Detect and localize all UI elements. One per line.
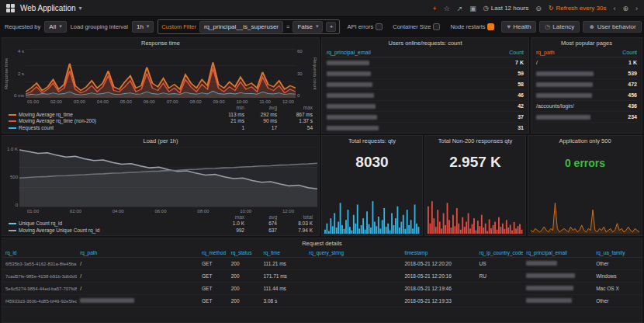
column-header[interactable]: rq_id bbox=[2, 248, 77, 258]
star-icon[interactable]: ☆ bbox=[444, 5, 450, 12]
dashboard-title[interactable]: Web Application ▾ bbox=[20, 4, 82, 12]
request-id: 5e6c5274-9854-44ed-ba57-707fd89cd38c bbox=[2, 283, 77, 295]
column-header[interactable]: rq_method bbox=[199, 248, 228, 258]
column-header[interactable]: Count bbox=[622, 50, 637, 55]
panel-title[interactable]: Load (per 1h) bbox=[2, 136, 319, 146]
response-time-chart[interactable] bbox=[26, 49, 296, 98]
dashboard-links: ♥ Health ◷ Latency ☻ User behavior ⚙ Wor… bbox=[501, 21, 644, 33]
axis-tick: 11:00 bbox=[259, 99, 271, 105]
zoom-out-icon[interactable]: ⊖ bbox=[535, 5, 542, 12]
axis-tick: 0 bbox=[5, 203, 18, 207]
link-user-behavior[interactable]: ☻ User behavior bbox=[583, 21, 641, 33]
panel-title[interactable]: Users online/requests: count bbox=[322, 38, 528, 48]
non200-sparkline[interactable] bbox=[428, 200, 523, 234]
magnifier-icon[interactable]: ⊕ bbox=[622, 5, 628, 12]
legend-value: 17 bbox=[244, 125, 277, 132]
column-header[interactable]: rq_principal_email bbox=[327, 50, 371, 55]
request-query-string bbox=[306, 270, 401, 283]
save-icon[interactable]: ▣ bbox=[469, 5, 476, 12]
column-header[interactable]: rq_ua_family bbox=[593, 248, 642, 258]
dashboard-submenu: Requested by All ▾ Load grouping interva… bbox=[0, 17, 644, 36]
request-country-code bbox=[476, 283, 524, 295]
table-row: 37 bbox=[327, 112, 524, 123]
request-ua-family: Windows bbox=[593, 270, 642, 283]
legend-series-label: Unique Count rq_id bbox=[19, 221, 62, 227]
filter-key-value: rq_principal__is_superuser bbox=[204, 23, 279, 30]
requested-by-select[interactable]: All ▾ bbox=[44, 21, 66, 33]
legend-series-label: Moving Average Unique Count rq_id bbox=[19, 227, 99, 234]
interval-select[interactable]: 1h ▾ bbox=[132, 21, 154, 33]
legend-series[interactable]: Moving Average Unique Count rq_id bbox=[9, 227, 212, 234]
x-axis-ticks: 01:0002:0004:0006:0008:0010:0012:00 bbox=[2, 208, 319, 214]
axis-tick: 12:00 bbox=[282, 208, 294, 214]
y-axis-ticks-left: 4 s2 s0 ms bbox=[10, 49, 26, 98]
panel-title[interactable]: Total Non-200 responses qty bbox=[425, 136, 525, 146]
share-icon[interactable]: ↗ bbox=[457, 5, 463, 12]
request-time: 111.21 ms bbox=[260, 258, 306, 270]
legend-series[interactable]: Requests count bbox=[9, 125, 212, 132]
column-header[interactable]: timestamp bbox=[401, 248, 476, 258]
link-latency[interactable]: ◷ Latency bbox=[539, 21, 580, 33]
filter-key-select[interactable]: rq_principal__is_superuser bbox=[199, 21, 283, 33]
column-header[interactable]: rq_status bbox=[228, 248, 261, 258]
requested-by-value: All bbox=[49, 23, 56, 30]
legend-value: 21 ms bbox=[212, 118, 244, 125]
path-value: /accounts/login/ bbox=[536, 103, 574, 109]
time-shift-right-icon[interactable]: › bbox=[635, 5, 638, 12]
refresh-icon: ↻ bbox=[549, 5, 554, 12]
redacted-email-block bbox=[526, 261, 557, 266]
total-requests-sparkline[interactable] bbox=[324, 200, 420, 234]
legend-value: 54 bbox=[277, 125, 313, 132]
y-axis-ticks-left: 1.0 K5000 bbox=[4, 147, 19, 207]
column-header[interactable]: Count bbox=[509, 50, 524, 55]
x-axis-ticks: 01:0002:0003:0004:0005:0006:0007:0008:00… bbox=[2, 99, 319, 105]
request-time: 171.71 ms bbox=[260, 270, 306, 283]
toggle-container-size[interactable]: Container Size bbox=[390, 22, 443, 32]
request-query-string bbox=[306, 258, 401, 270]
time-shift-left-icon[interactable]: ‹ bbox=[613, 5, 615, 12]
link-health-label: Health bbox=[513, 23, 531, 30]
count-value: 539 bbox=[628, 71, 637, 76]
panel-title[interactable]: Total requests: qty bbox=[322, 136, 422, 146]
legend-series-label: Moving Average rq_time (non-200) bbox=[19, 118, 96, 125]
add-filter-button[interactable]: + bbox=[326, 22, 336, 32]
column-header[interactable]: rq_path bbox=[77, 248, 199, 258]
add-panel-icon[interactable]: + bbox=[432, 5, 436, 12]
grafana-logo-icon[interactable] bbox=[6, 4, 15, 12]
legend-series[interactable]: Unique Count rq_id bbox=[9, 221, 212, 227]
toggle-node-restarts[interactable]: Node restarts bbox=[447, 22, 497, 32]
column-header[interactable]: rq_time bbox=[260, 248, 306, 258]
panel-title[interactable]: Most popular pages bbox=[531, 38, 642, 48]
load-chart[interactable] bbox=[19, 147, 317, 207]
axis-tick: 60 bbox=[297, 49, 310, 54]
toggle-api-errors[interactable]: API errors bbox=[344, 22, 386, 32]
refresh-picker[interactable]: ↻ Refresh every 30s bbox=[549, 5, 607, 12]
request-method: GET bbox=[199, 295, 228, 307]
legend-series[interactable]: Moving Average rq_time (non-200) bbox=[9, 118, 212, 125]
legend-column-header: max bbox=[212, 214, 244, 221]
count-value: 58 bbox=[518, 82, 524, 87]
filter-value-select[interactable]: False ▾ bbox=[293, 21, 323, 33]
redacted-email-block bbox=[526, 298, 572, 303]
axis-tick: 01:00 bbox=[27, 99, 39, 105]
column-header[interactable]: rq_path bbox=[536, 50, 555, 55]
count-value: 436 bbox=[628, 103, 637, 109]
column-header[interactable]: rq_ip_country_code bbox=[476, 248, 524, 258]
time-range-picker[interactable]: ◷ Last 12 hours bbox=[483, 5, 528, 12]
redacted-email bbox=[327, 71, 371, 76]
table-row: 5e6c5274-9854-44ed-ba57-707fd89cd38c/GET… bbox=[2, 283, 642, 295]
column-header[interactable]: rq_query_string bbox=[306, 248, 401, 258]
app500-sparkline[interactable] bbox=[531, 200, 639, 234]
link-health[interactable]: ♥ Health bbox=[501, 21, 536, 33]
users-online-table: rq_principal_email Count 7 K595846423731 bbox=[322, 48, 528, 133]
panel-title[interactable]: Request details bbox=[2, 238, 642, 248]
stat-value: 2.957 K bbox=[425, 154, 525, 171]
legend-value: 867 ms bbox=[277, 112, 313, 119]
axis-tick: 2 s bbox=[12, 71, 24, 76]
count-value: 1 K bbox=[628, 60, 637, 65]
panel-title[interactable]: Response time bbox=[2, 38, 319, 48]
legend-column-header: min bbox=[212, 105, 244, 112]
legend-series[interactable]: Moving Average rq_time bbox=[9, 112, 212, 119]
panel-title[interactable]: Application only 500 bbox=[528, 136, 642, 146]
column-header[interactable]: rq_principal_email bbox=[523, 248, 593, 258]
